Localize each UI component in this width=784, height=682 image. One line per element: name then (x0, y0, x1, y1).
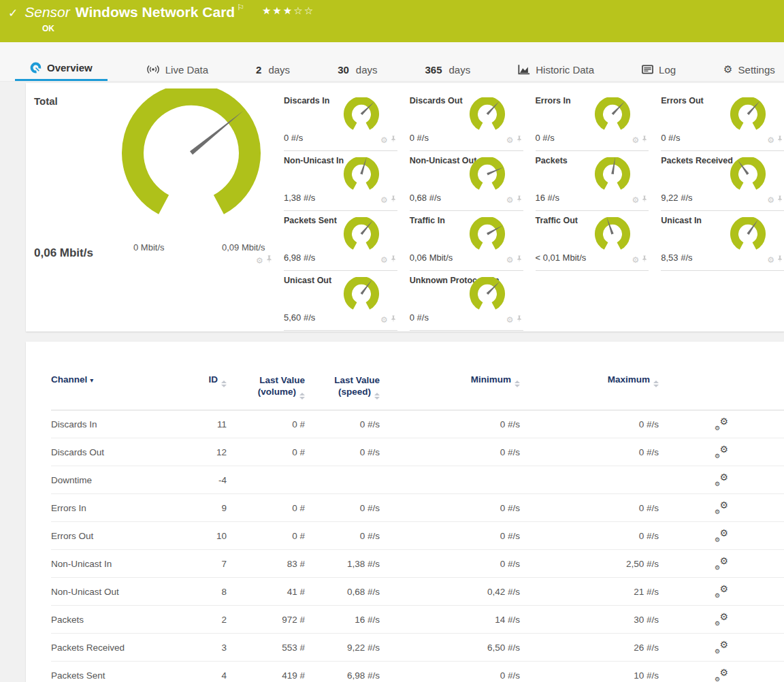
star-empty-icon[interactable]: ☆ (293, 5, 304, 17)
cell-channel[interactable]: Non-Unicast In (51, 559, 201, 569)
gear-icon[interactable]: ⚙ (506, 256, 514, 264)
tab-historic-data[interactable]: Historic Data (509, 58, 603, 81)
gear-icon[interactable]: ⚙ (632, 256, 639, 264)
pin-icon[interactable] (266, 255, 272, 267)
star-filled-icon[interactable]: ★ (272, 5, 282, 17)
table-row-discards-out[interactable]: Discards Out120 #0 #/s0 #/s0 #/s⚙⚙ (51, 438, 784, 466)
cell-channel[interactable]: Errors Out (51, 531, 201, 541)
gear-icon[interactable]: ⚙ (506, 196, 514, 204)
table-row-errors-out[interactable]: Errors Out100 #0 #/s0 #/s0 #/s⚙⚙ (51, 522, 784, 550)
pin-icon[interactable] (391, 134, 396, 146)
table-row-packets[interactable]: Packets2972 #16 #/s14 #/s30 #/s⚙⚙ (51, 606, 784, 634)
star-empty-icon[interactable]: ☆ (304, 5, 314, 17)
star-rating[interactable]: ★★★☆☆ (262, 5, 314, 17)
channel-settings-gears-icon[interactable]: ⚙⚙ (715, 668, 728, 681)
pin-icon[interactable] (777, 254, 783, 266)
channel-settings-gears-icon[interactable]: ⚙⚙ (715, 529, 728, 541)
cell-channel[interactable]: Downtime (51, 475, 201, 485)
gauge-discards-in[interactable]: Discards In0 #/s⚙ (284, 91, 397, 151)
column-header-last-value-volume[interactable]: Last Value (volume) (227, 374, 305, 399)
gear-icon[interactable]: ⚙ (767, 256, 774, 264)
gauge-traffic-out[interactable]: Traffic Out< 0,01 Mbit/s⚙ (536, 211, 649, 271)
gauge-packets-received[interactable]: Packets Received9,22 #/s⚙ (661, 151, 784, 211)
pin-icon[interactable] (517, 194, 522, 206)
cell-last-value-speed: 0 #/s (305, 419, 380, 429)
channel-settings-gears-icon[interactable]: ⚙⚙ (715, 585, 728, 597)
gauge-packets[interactable]: Packets16 #/s⚙ (536, 151, 649, 211)
cell-channel[interactable]: Non-Unicast Out (51, 587, 201, 597)
gear-icon[interactable]: ⚙ (380, 316, 388, 324)
pin-icon[interactable] (391, 314, 396, 326)
gauge-unknown-protocols-in[interactable]: Unknown Protocols In0 #/s⚙ (410, 271, 523, 331)
cell-channel[interactable]: Errors In (51, 503, 201, 513)
gauge-errors-in[interactable]: Errors In0 #/s⚙ (536, 91, 649, 151)
channel-settings-gears-icon[interactable]: ⚙⚙ (715, 613, 728, 625)
star-filled-icon[interactable]: ★ (283, 5, 293, 17)
channel-settings-gears-icon[interactable]: ⚙⚙ (715, 501, 728, 513)
channel-settings-gears-icon[interactable]: ⚙⚙ (715, 473, 728, 485)
gear-icon[interactable]: ⚙ (632, 196, 639, 204)
gauge-discards-out[interactable]: Discards Out0 #/s⚙ (410, 91, 523, 151)
gear-icon[interactable]: ⚙ (380, 136, 388, 144)
pin-icon[interactable] (517, 134, 522, 146)
pin-icon[interactable] (777, 194, 783, 206)
pin-icon[interactable] (642, 134, 647, 146)
star-filled-icon[interactable]: ★ (262, 5, 272, 17)
pin-icon[interactable] (642, 254, 647, 266)
table-row-discards-in[interactable]: Discards In110 #0 #/s0 #/s0 #/s⚙⚙ (51, 410, 784, 438)
flag-icon[interactable]: ⚐ (237, 3, 244, 12)
gauge-packets-sent[interactable]: Packets Sent6,98 #/s⚙ (284, 211, 397, 271)
gear-icon[interactable]: ⚙ (767, 196, 774, 204)
gauge-non-unicast-out[interactable]: Non-Unicast Out0,68 #/s⚙ (410, 151, 523, 211)
table-row-packets-sent[interactable]: Packets Sent4419 #6,98 #/s0 #/s10 #/s⚙⚙ (51, 662, 784, 682)
gear-icon[interactable]: ⚙ (767, 136, 774, 144)
gauge-unicast-in[interactable]: Unicast In8,53 #/s⚙ (661, 211, 784, 271)
table-row-packets-received[interactable]: Packets Received3553 #9,22 #/s6,50 #/s26… (51, 634, 784, 662)
table-row-non-unicast-out[interactable]: Non-Unicast Out841 #0,68 #/s0,42 #/s21 #… (51, 578, 784, 606)
channel-settings-gears-icon[interactable]: ⚙⚙ (715, 557, 728, 569)
gauge-non-unicast-in[interactable]: Non-Unicast In1,38 #/s⚙ (284, 151, 397, 211)
column-header-channel[interactable]: Channel▾ (51, 374, 201, 385)
table-row-downtime[interactable]: Downtime-4⚙⚙ (51, 466, 784, 494)
channel-settings-gears-icon[interactable]: ⚙⚙ (715, 640, 728, 653)
gear-icon[interactable]: ⚙ (380, 196, 388, 204)
cell-last-value-volume: 83 # (227, 559, 305, 569)
table-row-errors-in[interactable]: Errors In90 #0 #/s0 #/s0 #/s⚙⚙ (51, 494, 784, 522)
gauge-errors-out[interactable]: Errors Out0 #/s⚙ (661, 91, 784, 151)
gauge-traffic-in[interactable]: Traffic In0,06 Mbit/s⚙ (410, 211, 523, 271)
gear-icon[interactable]: ⚙ (632, 136, 639, 144)
cell-channel[interactable]: Packets Received (51, 643, 201, 653)
column-header-minimum[interactable]: Minimum (380, 374, 520, 387)
channel-settings-gears-icon[interactable]: ⚙⚙ (715, 445, 728, 457)
tab-2-days[interactable]: 2days (247, 58, 299, 81)
pin-icon[interactable] (517, 254, 522, 266)
gauge-dial (343, 157, 380, 194)
gear-icon[interactable]: ⚙ (256, 257, 263, 265)
pin-icon[interactable] (777, 134, 783, 146)
tab-overview[interactable]: Overview (15, 56, 108, 81)
channel-settings-gears-icon[interactable]: ⚙⚙ (715, 417, 728, 429)
gauge-label: Non-Unicast Out (410, 156, 477, 165)
cell-channel[interactable]: Discards Out (51, 447, 201, 457)
column-header-id[interactable]: ID (201, 374, 227, 387)
gear-icon[interactable]: ⚙ (380, 256, 388, 264)
gear-icon[interactable]: ⚙ (506, 136, 514, 144)
tab-live-data[interactable]: Live Data (137, 58, 217, 81)
column-header-maximum[interactable]: Maximum (520, 374, 659, 387)
pin-icon[interactable] (391, 194, 396, 206)
pin-icon[interactable] (391, 254, 396, 266)
tab-settings[interactable]: ⚙Settings (715, 58, 784, 81)
total-gauge-block[interactable]: Total 0 Mbit/s 0,09 Mbit/s 0,06 Mbit/s ⚙ (26, 83, 281, 331)
gear-icon[interactable]: ⚙ (506, 316, 514, 324)
column-header-last-value-speed[interactable]: Last Value (speed) (305, 374, 380, 399)
table-row-non-unicast-in[interactable]: Non-Unicast In783 #1,38 #/s0 #/s2,50 #/s… (51, 550, 784, 578)
pin-icon[interactable] (642, 194, 647, 206)
tab-30-days[interactable]: 30days (329, 58, 386, 81)
gauge-unicast-out[interactable]: Unicast Out5,60 #/s⚙ (284, 271, 397, 331)
cell-channel[interactable]: Discards In (51, 419, 201, 429)
tab-log[interactable]: Log (633, 58, 685, 81)
tab-365-days[interactable]: 365days (416, 58, 480, 81)
pin-icon[interactable] (517, 314, 522, 326)
cell-channel[interactable]: Packets (51, 615, 201, 625)
cell-channel[interactable]: Packets Sent (51, 670, 201, 681)
